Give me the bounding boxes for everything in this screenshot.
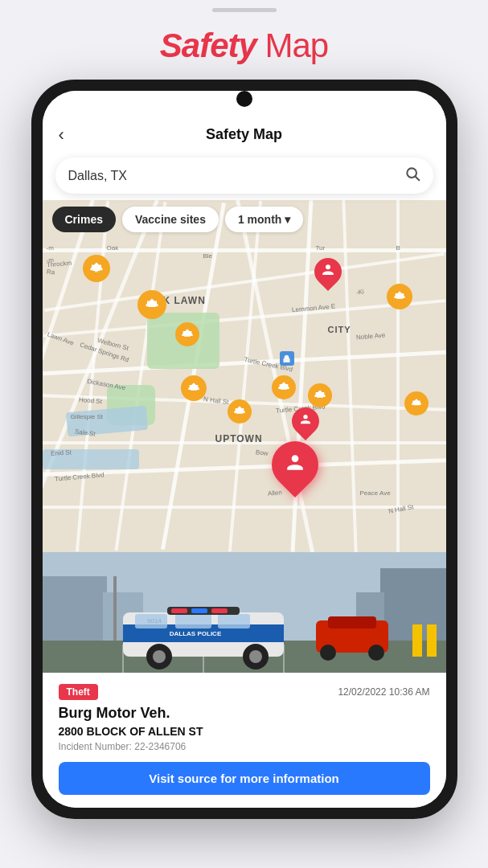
crime-address: 2800 BLOCK OF ALLEN ST (59, 725, 430, 738)
crime-marker-8[interactable] (308, 383, 332, 407)
lock-icon (280, 351, 294, 366)
crime-incident-number: Incident Number: 22-2346706 (59, 741, 430, 752)
svg-rect-36 (412, 624, 422, 657)
filter-row: Crimes Vaccine sites 1 month ▾ (52, 207, 437, 232)
svg-rect-37 (427, 624, 437, 657)
theft-badge: Theft (59, 684, 98, 700)
svg-point-25 (153, 650, 166, 663)
svg-point-34 (320, 645, 336, 661)
title-light: Map (256, 27, 328, 64)
svg-point-27 (249, 650, 262, 663)
crime-datetime: 12/02/2022 10:36 AM (338, 686, 429, 698)
selected-marker[interactable] (272, 441, 318, 488)
svg-rect-2 (283, 358, 289, 362)
drag-handle (212, 8, 277, 12)
svg-rect-38 (113, 576, 117, 641)
svg-rect-33 (328, 616, 376, 628)
svg-rect-23 (218, 614, 250, 628)
search-icon[interactable] (404, 166, 420, 186)
map-area: OAK LAWN UPTOWN CITY Throckm -m Ra Lawn … (43, 200, 446, 552)
crime-marker-3[interactable] (175, 322, 199, 346)
crime-top-row: Theft 12/02/2022 10:36 AM (59, 684, 430, 700)
crime-marker-5[interactable] (181, 375, 207, 401)
svg-rect-3 (94, 270, 98, 272)
chevron-down-icon: ▾ (285, 213, 290, 226)
crime-marker-7[interactable] (272, 375, 296, 399)
person-marker-2[interactable] (292, 407, 319, 435)
svg-rect-21 (135, 614, 167, 628)
phone-notch (236, 91, 252, 107)
svg-rect-29 (171, 608, 187, 613)
svg-point-35 (368, 645, 384, 661)
map-label-city: CITY (328, 325, 351, 334)
screen-title: Safety Map (206, 126, 282, 143)
phone-frame: ‹ Safety Map (31, 80, 457, 819)
title-bold: Safety (160, 27, 256, 64)
crime-marker-1[interactable] (83, 255, 110, 282)
svg-rect-31 (211, 608, 228, 613)
crime-marker-4[interactable] (387, 284, 412, 309)
search-input[interactable] (68, 169, 404, 183)
crime-marker-6[interactable] (228, 399, 252, 424)
svg-point-4 (326, 264, 330, 269)
svg-rect-22 (175, 614, 211, 628)
svg-text:DALLAS POLICE: DALLAS POLICE (169, 630, 221, 637)
svg-point-5 (303, 415, 307, 419)
phone-screen: ‹ Safety Map (43, 91, 446, 808)
app-title: Safety Map (160, 27, 328, 65)
crime-name: Burg Motor Veh. (59, 705, 430, 722)
filter-time[interactable]: 1 month ▾ (225, 207, 303, 232)
map-label-uptown: UPTOWN (215, 433, 263, 444)
person-marker-1[interactable] (314, 258, 342, 285)
search-bar (55, 158, 433, 194)
svg-rect-30 (191, 608, 207, 613)
crime-marker-9[interactable] (404, 391, 429, 416)
visit-source-button[interactable]: Visit source for more information (59, 762, 430, 795)
svg-line-1 (415, 177, 419, 181)
filter-crimes[interactable]: Crimes (52, 207, 116, 232)
map-background: OAK LAWN UPTOWN CITY Throckm -m Ra Lawn … (43, 200, 446, 552)
crime-image: DALLAS POLICE 9014 (43, 552, 446, 673)
back-button[interactable]: ‹ (59, 125, 64, 145)
crime-info-card: Theft 12/02/2022 10:36 AM Burg Motor Veh… (43, 673, 446, 808)
crime-marker-2[interactable] (137, 290, 166, 319)
svg-point-6 (291, 455, 298, 462)
filter-vaccine-sites[interactable]: Vaccine sites (122, 207, 219, 232)
